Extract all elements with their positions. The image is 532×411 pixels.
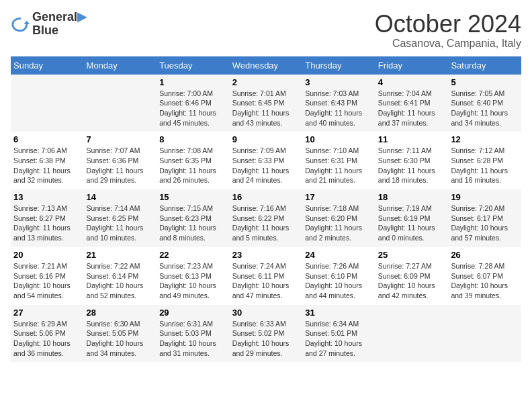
calendar-cell: 13Sunrise: 7:13 AM Sunset: 6:27 PM Dayli…	[11, 189, 84, 247]
calendar-cell: 20Sunrise: 7:21 AM Sunset: 6:16 PM Dayli…	[11, 247, 84, 305]
calendar-cell: 6Sunrise: 7:06 AM Sunset: 6:38 PM Daylig…	[11, 132, 84, 189]
day-info: Sunrise: 7:18 AM Sunset: 6:20 PM Dayligh…	[305, 203, 373, 243]
day-info: Sunrise: 6:29 AM Sunset: 5:06 PM Dayligh…	[13, 319, 81, 359]
day-info: Sunrise: 7:22 AM Sunset: 6:14 PM Dayligh…	[87, 261, 154, 301]
day-number: 31	[305, 308, 373, 318]
calendar-cell: 25Sunrise: 7:27 AM Sunset: 6:09 PM Dayli…	[375, 247, 449, 305]
calendar-cell: 19Sunrise: 7:20 AM Sunset: 6:17 PM Dayli…	[448, 189, 521, 247]
calendar-cell: 30Sunrise: 6:33 AM Sunset: 5:02 PM Dayli…	[230, 305, 303, 363]
weekday-header-monday: Monday	[84, 56, 157, 75]
day-info: Sunrise: 7:05 AM Sunset: 6:40 PM Dayligh…	[451, 89, 519, 128]
day-number: 27	[13, 308, 81, 318]
weekday-header-tuesday: Tuesday	[157, 56, 230, 75]
day-info: Sunrise: 6:31 AM Sunset: 5:03 PM Dayligh…	[159, 319, 227, 359]
day-info: Sunrise: 7:24 AM Sunset: 6:11 PM Dayligh…	[232, 261, 300, 301]
day-number: 19	[451, 192, 519, 202]
day-info: Sunrise: 7:13 AM Sunset: 6:27 PM Dayligh…	[13, 203, 81, 243]
calendar-cell: 1Sunrise: 7:00 AM Sunset: 6:46 PM Daylig…	[157, 75, 230, 132]
day-number: 8	[159, 134, 227, 144]
day-number: 5	[451, 77, 519, 87]
calendar-cell: 18Sunrise: 7:19 AM Sunset: 6:19 PM Dayli…	[375, 189, 449, 247]
day-number: 14	[87, 192, 154, 202]
day-info: Sunrise: 7:16 AM Sunset: 6:22 PM Dayligh…	[232, 203, 300, 243]
day-info: Sunrise: 7:04 AM Sunset: 6:41 PM Dayligh…	[378, 89, 446, 128]
day-number: 10	[305, 134, 373, 144]
calendar-week-row: 20Sunrise: 7:21 AM Sunset: 6:16 PM Dayli…	[11, 247, 521, 305]
day-number: 13	[13, 192, 81, 202]
calendar-cell	[11, 75, 84, 132]
day-info: Sunrise: 7:07 AM Sunset: 6:36 PM Dayligh…	[87, 146, 154, 185]
calendar-table: SundayMondayTuesdayWednesdayThursdayFrid…	[11, 56, 521, 363]
day-info: Sunrise: 7:10 AM Sunset: 6:31 PM Dayligh…	[305, 146, 373, 185]
day-number: 6	[13, 134, 81, 144]
calendar-cell	[84, 75, 157, 132]
calendar-cell	[375, 305, 449, 363]
day-info: Sunrise: 7:26 AM Sunset: 6:10 PM Dayligh…	[305, 261, 373, 301]
day-number: 28	[87, 308, 154, 318]
calendar-cell: 26Sunrise: 7:28 AM Sunset: 6:07 PM Dayli…	[448, 247, 521, 305]
calendar-cell: 9Sunrise: 7:09 AM Sunset: 6:33 PM Daylig…	[230, 132, 303, 189]
day-info: Sunrise: 7:20 AM Sunset: 6:17 PM Dayligh…	[451, 203, 519, 243]
day-number: 16	[232, 192, 300, 202]
weekday-header-friday: Friday	[375, 56, 449, 75]
day-number: 11	[378, 134, 446, 144]
day-info: Sunrise: 7:06 AM Sunset: 6:38 PM Dayligh…	[13, 146, 81, 185]
day-info: Sunrise: 6:34 AM Sunset: 5:01 PM Dayligh…	[305, 319, 373, 359]
calendar-cell: 22Sunrise: 7:23 AM Sunset: 6:13 PM Dayli…	[157, 247, 230, 305]
calendar-cell: 15Sunrise: 7:15 AM Sunset: 6:23 PM Dayli…	[157, 189, 230, 247]
day-info: Sunrise: 7:12 AM Sunset: 6:28 PM Dayligh…	[451, 146, 519, 185]
calendar-cell: 14Sunrise: 7:14 AM Sunset: 6:25 PM Dayli…	[84, 189, 157, 247]
calendar-cell: 29Sunrise: 6:31 AM Sunset: 5:03 PM Dayli…	[157, 305, 230, 363]
page-header: General▶ Blue October 2024 Casanova, Cam…	[11, 11, 521, 50]
calendar-cell: 8Sunrise: 7:08 AM Sunset: 6:35 PM Daylig…	[157, 132, 230, 189]
day-info: Sunrise: 7:00 AM Sunset: 6:46 PM Dayligh…	[159, 89, 227, 128]
day-number: 15	[159, 192, 227, 202]
calendar-week-row: 13Sunrise: 7:13 AM Sunset: 6:27 PM Dayli…	[11, 189, 521, 247]
logo-text: General▶ Blue	[32, 11, 87, 38]
day-info: Sunrise: 7:15 AM Sunset: 6:23 PM Dayligh…	[159, 203, 227, 243]
calendar-cell: 28Sunrise: 6:30 AM Sunset: 5:05 PM Dayli…	[84, 305, 157, 363]
calendar-cell: 4Sunrise: 7:04 AM Sunset: 6:41 PM Daylig…	[375, 75, 449, 132]
calendar-cell: 7Sunrise: 7:07 AM Sunset: 6:36 PM Daylig…	[84, 132, 157, 189]
day-info: Sunrise: 7:14 AM Sunset: 6:25 PM Dayligh…	[87, 203, 154, 243]
day-info: Sunrise: 7:28 AM Sunset: 6:07 PM Dayligh…	[451, 261, 519, 301]
calendar-cell: 11Sunrise: 7:11 AM Sunset: 6:30 PM Dayli…	[375, 132, 449, 189]
calendar-cell	[448, 305, 521, 363]
calendar-cell: 5Sunrise: 7:05 AM Sunset: 6:40 PM Daylig…	[448, 75, 521, 132]
day-info: Sunrise: 7:08 AM Sunset: 6:35 PM Dayligh…	[159, 146, 227, 185]
day-info: Sunrise: 7:19 AM Sunset: 6:19 PM Dayligh…	[378, 203, 446, 243]
day-number: 18	[378, 192, 446, 202]
calendar-week-row: 6Sunrise: 7:06 AM Sunset: 6:38 PM Daylig…	[11, 132, 521, 189]
day-info: Sunrise: 7:09 AM Sunset: 6:33 PM Dayligh…	[232, 146, 300, 185]
day-number: 24	[305, 250, 373, 260]
day-number: 1	[159, 77, 227, 87]
day-number: 17	[305, 192, 373, 202]
day-number: 30	[232, 308, 300, 318]
location: Casanova, Campania, Italy	[375, 38, 521, 50]
calendar-cell: 10Sunrise: 7:10 AM Sunset: 6:31 PM Dayli…	[302, 132, 375, 189]
day-info: Sunrise: 7:21 AM Sunset: 6:16 PM Dayligh…	[13, 261, 81, 301]
day-number: 2	[232, 77, 300, 87]
day-number: 9	[232, 134, 300, 144]
day-number: 21	[87, 250, 154, 260]
calendar-cell: 27Sunrise: 6:29 AM Sunset: 5:06 PM Dayli…	[11, 305, 84, 363]
calendar-cell: 23Sunrise: 7:24 AM Sunset: 6:11 PM Dayli…	[230, 247, 303, 305]
day-number: 7	[87, 134, 154, 144]
calendar-cell: 3Sunrise: 7:03 AM Sunset: 6:43 PM Daylig…	[302, 75, 375, 132]
day-info: Sunrise: 6:30 AM Sunset: 5:05 PM Dayligh…	[87, 319, 154, 359]
weekday-header-sunday: Sunday	[11, 56, 84, 75]
calendar-cell: 16Sunrise: 7:16 AM Sunset: 6:22 PM Dayli…	[230, 189, 303, 247]
day-info: Sunrise: 6:33 AM Sunset: 5:02 PM Dayligh…	[232, 319, 300, 359]
month-title: October 2024	[375, 11, 521, 38]
weekday-header-wednesday: Wednesday	[230, 56, 303, 75]
day-number: 29	[159, 308, 227, 318]
day-number: 22	[159, 250, 227, 260]
calendar-cell: 31Sunrise: 6:34 AM Sunset: 5:01 PM Dayli…	[302, 305, 375, 363]
logo-icon	[11, 15, 30, 34]
title-block: October 2024 Casanova, Campania, Italy	[375, 11, 521, 50]
weekday-header-thursday: Thursday	[302, 56, 375, 75]
day-info: Sunrise: 7:03 AM Sunset: 6:43 PM Dayligh…	[305, 89, 373, 128]
calendar-cell: 24Sunrise: 7:26 AM Sunset: 6:10 PM Dayli…	[302, 247, 375, 305]
calendar-cell: 2Sunrise: 7:01 AM Sunset: 6:45 PM Daylig…	[230, 75, 303, 132]
calendar-cell: 17Sunrise: 7:18 AM Sunset: 6:20 PM Dayli…	[302, 189, 375, 247]
